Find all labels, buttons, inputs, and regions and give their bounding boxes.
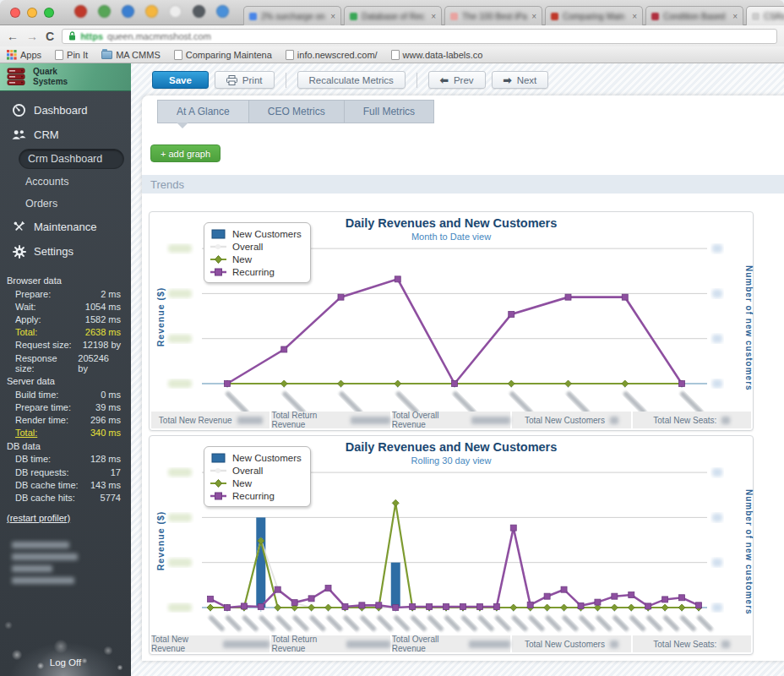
- tools-icon: [12, 220, 26, 234]
- bookmark-item[interactable]: www.data-labels.co: [391, 50, 483, 60]
- url-host: queen.macmmshost.com: [107, 31, 211, 41]
- tab-close-icon[interactable]: ×: [431, 12, 436, 21]
- bookmark-item[interactable]: Comparing Maintena: [174, 50, 272, 60]
- prev-button[interactable]: ⬅ Prev: [428, 71, 486, 89]
- log-off-link[interactable]: Log Off: [0, 657, 131, 668]
- tab-close-icon[interactable]: ×: [531, 12, 536, 21]
- pinned-tab-favicon[interactable]: [145, 5, 158, 18]
- sidebar-item-dashboard[interactable]: Dashboard: [0, 98, 131, 123]
- folder-icon: [101, 51, 112, 59]
- close-window-button[interactable]: [10, 8, 20, 18]
- profiler-row: Prepare time:39 ms: [0, 401, 131, 413]
- sidebar: Quark Systems DashboardCRMCrm DashboardA…: [0, 63, 131, 676]
- address-bar[interactable]: https queen.macmmshost.com: [62, 29, 777, 44]
- redacted-text-line: [12, 542, 69, 548]
- sidebar-item-maintenance[interactable]: Maintenance: [0, 215, 131, 239]
- total-stat-cell: Total New Seats:: [633, 635, 751, 652]
- reload-icon[interactable]: C: [46, 30, 54, 42]
- profiler-label: Prepare time:: [15, 402, 71, 412]
- bookmark-label: MA CMMS: [116, 50, 161, 60]
- legend-item-overall[interactable]: Overall: [210, 240, 302, 253]
- profiler-row: Response size:205246 by: [0, 352, 131, 374]
- pinned-tab-favicon[interactable]: [193, 5, 205, 18]
- profiler-label: DB cache hits:: [15, 493, 75, 503]
- legend-item-new[interactable]: New: [210, 477, 302, 489]
- people-icon: [12, 128, 26, 142]
- profiler-label: Total:: [15, 428, 37, 438]
- sidebar-item-crm[interactable]: CRM: [0, 123, 131, 147]
- profiler-row: Build time:0 ms: [0, 388, 131, 401]
- profiler-value: 1054 ms: [85, 302, 121, 312]
- browser-tab[interactable]: 2% surcharge on×: [243, 6, 341, 25]
- minimize-window-button[interactable]: [27, 8, 37, 18]
- pinned-tab-favicon[interactable]: [216, 5, 229, 18]
- pinned-tab-favicon[interactable]: [98, 5, 111, 18]
- sidebar-item-accounts[interactable]: Accounts: [0, 171, 131, 193]
- browser-tab[interactable]: The 100 Best iPa×: [444, 6, 542, 25]
- bookmark-item[interactable]: info.newscred.com/: [286, 50, 378, 60]
- page-icon: [391, 50, 400, 60]
- legend-item-new-customers[interactable]: New Customers: [210, 227, 302, 240]
- add-graph-button[interactable]: + add graph: [150, 144, 220, 162]
- page-icon: [174, 50, 182, 60]
- total-stat-label: Total Overall Revenue: [392, 635, 465, 653]
- bookmark-item[interactable]: MA CMMS: [101, 50, 161, 60]
- apps-grid-icon: [7, 50, 17, 60]
- bookmark-item[interactable]: Pin It: [55, 50, 88, 60]
- pinned-tab-favicon[interactable]: [169, 5, 182, 18]
- tab-title: Comparing Main: [563, 12, 628, 21]
- profiler-label: Build time:: [15, 390, 58, 400]
- profiler-label: DB time:: [15, 454, 51, 464]
- forward-icon[interactable]: →: [26, 30, 38, 42]
- sidebar-item-settings[interactable]: Settings: [0, 239, 131, 264]
- trends-title: Trends: [150, 178, 184, 191]
- legend-item-recurring[interactable]: Recurring: [210, 265, 302, 278]
- tab-ceo-metrics[interactable]: CEO Metrics: [248, 100, 344, 123]
- total-stat-cell: Total New Seats:: [633, 412, 751, 428]
- profiler-row: Apply:1582 ms: [0, 313, 131, 325]
- sidebar-item-orders[interactable]: Orders: [0, 193, 131, 215]
- recalculate-metrics-button[interactable]: Recalculate Metrics: [297, 71, 406, 89]
- profiler-label: Response size:: [15, 353, 78, 373]
- sidebar-item-label: Settings: [34, 245, 74, 258]
- redacted-value: [346, 641, 389, 648]
- legend-item-overall[interactable]: Overall: [210, 464, 302, 477]
- tab-close-icon[interactable]: ×: [330, 12, 335, 21]
- next-button[interactable]: ➡ Next: [492, 71, 549, 89]
- legend-item-new[interactable]: New: [210, 253, 302, 265]
- tab-close-icon[interactable]: ×: [632, 12, 637, 21]
- redacted-value: [721, 641, 730, 648]
- zoom-window-button[interactable]: [44, 8, 54, 18]
- toolbar-separator: [416, 73, 417, 88]
- action-toolbar: Save Print Recalculate Metrics ⬅ Prev ➡ …: [152, 71, 548, 89]
- tab-favicon-icon: [752, 13, 760, 20]
- save-button[interactable]: Save: [152, 71, 209, 89]
- profiler-row: DB cache time:143 ms: [0, 478, 131, 491]
- browser-tab[interactable]: CSRs T×: [746, 6, 784, 25]
- tab-title: 2% surcharge on: [261, 12, 326, 21]
- sidebar-item-crm-dashboard[interactable]: Crm Dashboard: [19, 149, 124, 169]
- pinned-tab-favicon[interactable]: [74, 5, 87, 18]
- browser-tab[interactable]: Database of Rec×: [344, 6, 442, 25]
- profiler-label: Wait:: [15, 302, 36, 312]
- sidebar-item-label: CRM: [34, 128, 59, 141]
- tab-close-icon[interactable]: ×: [732, 12, 738, 21]
- tab-at-a-glance[interactable]: At A Glance: [157, 100, 248, 123]
- tab-full-metrics[interactable]: Full Metrics: [344, 100, 434, 123]
- brand-header[interactable]: Quark Systems: [0, 63, 131, 91]
- total-stat-cell: Total Overall Revenue: [392, 635, 510, 652]
- pinned-tab-favicon[interactable]: [122, 5, 134, 18]
- browser-tab[interactable]: Condition Based×: [645, 6, 743, 25]
- legend-item-new-customers[interactable]: New Customers: [210, 451, 302, 464]
- bookmark-item[interactable]: Apps: [7, 50, 41, 60]
- server-stack-logo-icon: [7, 68, 27, 86]
- restart-profiler-link[interactable]: (restart profiler): [7, 513, 131, 523]
- browser-tab[interactable]: Comparing Main×: [545, 6, 643, 25]
- back-icon[interactable]: ←: [7, 30, 19, 42]
- legend-item-recurring[interactable]: Recurring: [210, 489, 302, 502]
- brand-name: Quark Systems: [33, 67, 68, 88]
- chart-legend: New CustomersOverallNewRecurring: [204, 222, 311, 283]
- print-button[interactable]: Print: [215, 71, 275, 89]
- chart-totals-bar: Total New RevenueTotal Return RevenueTot…: [151, 412, 751, 428]
- tab-favicon-icon: [551, 13, 558, 20]
